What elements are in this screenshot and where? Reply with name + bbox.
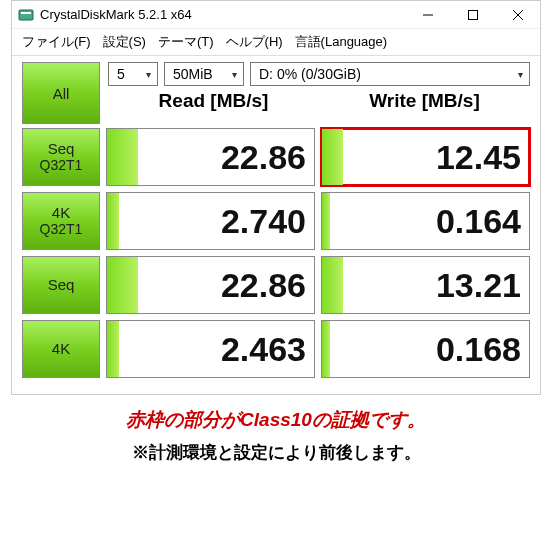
drive-select[interactable]: D: 0% (0/30GiB) ▾ (250, 62, 530, 86)
read-bar (107, 257, 138, 313)
app-icon (18, 7, 34, 23)
read-seq: 22.86 (106, 256, 315, 314)
window-title: CrystalDiskMark 5.2.1 x64 (40, 7, 405, 22)
write-bar (322, 321, 330, 377)
menu-settings[interactable]: 設定(S) (103, 33, 146, 51)
read-4k: 2.463 (106, 320, 315, 378)
read-value: 2.463 (221, 330, 306, 369)
row-4k: 4K 2.463 0.168 (22, 320, 530, 378)
read-value: 22.86 (221, 138, 306, 177)
test-count-value: 5 (117, 66, 125, 82)
header-write: Write [MB/s] (319, 90, 530, 112)
read-value: 22.86 (221, 266, 306, 305)
write-value: 0.168 (436, 330, 521, 369)
test-count-select[interactable]: 5 ▾ (108, 62, 158, 86)
all-button[interactable]: All (22, 62, 100, 124)
header-read: Read [MB/s] (108, 90, 319, 112)
write-seq: 13.21 (321, 256, 530, 314)
menu-file[interactable]: ファイル(F) (22, 33, 91, 51)
test-button-4k-q32t1[interactable]: 4K Q32T1 (22, 192, 100, 250)
maximize-button[interactable] (450, 1, 495, 29)
test-label-line2: Q32T1 (40, 222, 83, 237)
read-value: 2.740 (221, 202, 306, 241)
maximize-icon (468, 10, 478, 20)
test-label-line2: Q32T1 (40, 158, 83, 173)
read-bar (107, 193, 119, 249)
write-bar (322, 193, 330, 249)
chevron-down-icon: ▾ (518, 69, 523, 80)
read-bar (107, 129, 138, 185)
close-button[interactable] (495, 1, 540, 29)
test-button-seq-q32t1[interactable]: Seq Q32T1 (22, 128, 100, 186)
svg-rect-3 (468, 10, 477, 19)
all-button-label: All (53, 85, 70, 102)
menu-language[interactable]: 言語(Language) (295, 33, 388, 51)
menubar: ファイル(F) 設定(S) テーマ(T) ヘルプ(H) 言語(Language) (12, 29, 540, 56)
read-bar (107, 321, 119, 377)
test-label-line1: 4K (52, 205, 70, 222)
write-value: 13.21 (436, 266, 521, 305)
write-4k-q32t1: 0.164 (321, 192, 530, 250)
test-label-line1: Seq (48, 277, 75, 294)
row-seq: Seq 22.86 13.21 (22, 256, 530, 314)
menu-theme[interactable]: テーマ(T) (158, 33, 214, 51)
results-grid: Seq Q32T1 22.86 12.45 4K Q32T1 2.740 (12, 128, 540, 394)
svg-rect-0 (19, 10, 33, 20)
test-size-value: 50MiB (173, 66, 213, 82)
window-controls (405, 1, 540, 29)
svg-rect-1 (21, 12, 31, 14)
test-size-select[interactable]: 50MiB ▾ (164, 62, 244, 86)
minimize-icon (423, 10, 433, 20)
write-seq-q32t1: 12.45 (321, 128, 530, 186)
read-4k-q32t1: 2.740 (106, 192, 315, 250)
controls-row: All 5 ▾ 50MiB ▾ D: 0% (0/30GiB) ▾ Read [… (12, 56, 540, 128)
test-label-line1: 4K (52, 341, 70, 358)
column-headers: Read [MB/s] Write [MB/s] (108, 90, 530, 112)
caption-red-frame: 赤枠の部分がClass10の証拠です。 (0, 407, 552, 433)
caption-note: ※計測環境と設定により前後します。 (0, 441, 552, 464)
row-4k-q32t1: 4K Q32T1 2.740 0.164 (22, 192, 530, 250)
write-value: 0.164 (436, 202, 521, 241)
row-seq-q32t1: Seq Q32T1 22.86 12.45 (22, 128, 530, 186)
write-value: 12.45 (436, 138, 521, 177)
chevron-down-icon: ▾ (146, 69, 151, 80)
test-button-seq[interactable]: Seq (22, 256, 100, 314)
menu-help[interactable]: ヘルプ(H) (226, 33, 283, 51)
chevron-down-icon: ▾ (232, 69, 237, 80)
read-seq-q32t1: 22.86 (106, 128, 315, 186)
app-window: CrystalDiskMark 5.2.1 x64 ファイル(F) 設定(S) … (11, 0, 541, 395)
close-icon (513, 10, 523, 20)
test-button-4k[interactable]: 4K (22, 320, 100, 378)
write-4k: 0.168 (321, 320, 530, 378)
minimize-button[interactable] (405, 1, 450, 29)
write-bar (322, 129, 343, 185)
selects-row: 5 ▾ 50MiB ▾ D: 0% (0/30GiB) ▾ (108, 62, 530, 86)
write-bar (322, 257, 343, 313)
drive-value: D: 0% (0/30GiB) (259, 66, 361, 82)
selects-and-headers: 5 ▾ 50MiB ▾ D: 0% (0/30GiB) ▾ Read [MB/s… (108, 62, 530, 124)
test-label-line1: Seq (48, 141, 75, 158)
titlebar: CrystalDiskMark 5.2.1 x64 (12, 1, 540, 29)
